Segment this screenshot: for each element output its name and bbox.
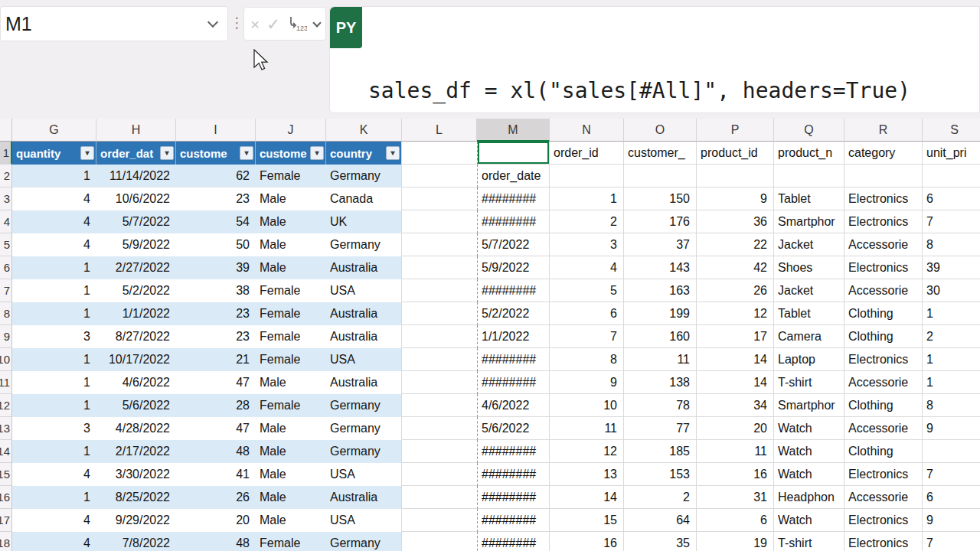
cell-Q12[interactable]: Smartphor (774, 394, 844, 417)
row-header-18[interactable]: 18 (0, 532, 12, 551)
cell-O4[interactable]: 176 (624, 210, 697, 233)
cell-J14[interactable]: Male (256, 440, 326, 463)
column-header-M[interactable]: M (477, 119, 550, 142)
cell-I15[interactable]: 41 (176, 463, 256, 486)
cell-I3[interactable]: 23 (176, 187, 256, 210)
cell-M4[interactable]: ######## (477, 210, 550, 233)
cell-R15[interactable]: Electronics (844, 463, 923, 486)
output-type-chevron-icon[interactable] (312, 18, 321, 27)
cell-H4[interactable]: 5/7/2022 (96, 210, 176, 233)
cell-O16[interactable]: 2 (624, 486, 697, 509)
cell-J9[interactable]: Female (256, 325, 326, 348)
cell-L14[interactable] (402, 440, 477, 463)
cell-R16[interactable]: Accessorie (844, 486, 923, 509)
name-box-chevron-icon[interactable] (207, 16, 218, 27)
cell-N1[interactable]: order_id (550, 142, 624, 165)
column-header-P[interactable]: P (697, 119, 774, 142)
cell-P15[interactable]: 16 (697, 463, 774, 486)
cell-M15[interactable]: ######## (477, 463, 550, 486)
cell-R12[interactable]: Clothing (844, 394, 923, 417)
cell-O2[interactable] (624, 165, 697, 187)
cell-O15[interactable]: 153 (624, 463, 697, 486)
cell-L4[interactable] (402, 210, 477, 233)
cell-Q18[interactable]: T-shirt (774, 532, 844, 551)
column-header-I[interactable]: I (176, 119, 256, 142)
filter-button[interactable]: ▾ (386, 146, 400, 160)
column-header-O[interactable]: O (624, 119, 697, 142)
cell-N7[interactable]: 5 (550, 279, 624, 302)
cell-Q7[interactable]: Jacket (774, 279, 844, 302)
column-header-L[interactable]: L (402, 119, 477, 142)
cell-J13[interactable]: Male (256, 417, 326, 440)
cell-I9[interactable]: 23 (176, 325, 256, 348)
cell-O13[interactable]: 77 (624, 417, 697, 440)
cell-K7[interactable]: USA (326, 279, 402, 302)
cell-R5[interactable]: Accessorie (844, 233, 923, 256)
cell-I10[interactable]: 21 (176, 348, 256, 371)
cell-R4[interactable]: Electronics (844, 210, 923, 233)
cell-K15[interactable]: USA (326, 463, 402, 486)
cell-J11[interactable]: Male (256, 371, 326, 394)
cell-L12[interactable] (402, 394, 477, 417)
column-header-S[interactable]: S (923, 119, 980, 142)
cell-Q13[interactable]: Watch (774, 417, 844, 440)
cell-Q6[interactable]: Shoes (774, 256, 844, 279)
cell-N5[interactable]: 3 (550, 233, 624, 256)
cell-I4[interactable]: 54 (176, 210, 256, 233)
cell-K16[interactable]: Australia (326, 486, 402, 509)
cell-G12[interactable]: 1 (12, 394, 96, 417)
cell-I11[interactable]: 47 (176, 371, 256, 394)
cell-M8[interactable]: 5/2/2022 (477, 302, 550, 325)
filter-button[interactable]: ▾ (80, 146, 94, 160)
column-header-K[interactable]: K (326, 119, 402, 142)
cell-M14[interactable]: ######## (477, 440, 550, 463)
cell-J12[interactable]: Female (256, 394, 326, 417)
cell-Q2[interactable] (774, 165, 844, 187)
cell-P4[interactable]: 36 (697, 210, 774, 233)
cell-M5[interactable]: 5/7/2022 (477, 233, 550, 256)
cell-Q16[interactable]: Headphon (774, 486, 844, 509)
cell-Q5[interactable]: Jacket (774, 233, 844, 256)
cell-P17[interactable]: 6 (697, 509, 774, 532)
cell-M11[interactable]: ######## (477, 371, 550, 394)
cell-M18[interactable]: ######## (477, 532, 550, 551)
row-header-10[interactable]: 10 (0, 348, 12, 371)
filter-button[interactable]: ▾ (240, 146, 253, 160)
table-header-H1[interactable]: order_dat▾ (96, 142, 176, 165)
cell-O14[interactable]: 185 (624, 440, 697, 463)
cell-N6[interactable]: 4 (550, 256, 624, 279)
filter-button[interactable]: ▾ (310, 146, 324, 160)
cell-L13[interactable] (402, 417, 477, 440)
cell-S17[interactable]: 9 (923, 509, 980, 532)
name-box[interactable]: M1 (0, 6, 228, 41)
cell-N3[interactable]: 1 (550, 187, 624, 210)
cell-S13[interactable]: 9 (923, 417, 980, 440)
cell-G10[interactable]: 1 (12, 348, 96, 371)
cell-S14[interactable] (923, 440, 980, 463)
cell-N4[interactable]: 2 (550, 210, 624, 233)
cell-K4[interactable]: UK (326, 210, 402, 233)
cell-Q11[interactable]: T-shirt (774, 371, 844, 394)
cell-S6[interactable]: 39 (923, 256, 980, 279)
row-header-13[interactable]: 13 (0, 417, 12, 440)
cell-P12[interactable]: 34 (697, 394, 774, 417)
cell-K17[interactable]: USA (326, 509, 402, 532)
cell-H14[interactable]: 2/17/2022 (96, 440, 176, 463)
cell-G4[interactable]: 4 (12, 210, 96, 233)
cell-J8[interactable]: Female (256, 302, 326, 325)
cell-N14[interactable]: 12 (550, 440, 624, 463)
cell-M9[interactable]: 1/1/2022 (477, 325, 550, 348)
cell-R10[interactable]: Electronics (844, 348, 923, 371)
table-header-J1[interactable]: custome▾ (256, 142, 326, 165)
cell-O18[interactable]: 35 (624, 532, 697, 551)
cell-N12[interactable]: 10 (550, 394, 624, 417)
cell-G9[interactable]: 3 (12, 325, 96, 348)
row-header-4[interactable]: 4 (0, 210, 12, 233)
cell-S9[interactable]: 2 (923, 325, 980, 348)
row-header-7[interactable]: 7 (0, 279, 12, 302)
cell-J6[interactable]: Male (256, 256, 326, 279)
cell-J17[interactable]: Male (256, 509, 326, 532)
cell-O3[interactable]: 150 (624, 187, 697, 210)
cell-M6[interactable]: 5/9/2022 (477, 256, 550, 279)
cell-I16[interactable]: 26 (176, 486, 256, 509)
